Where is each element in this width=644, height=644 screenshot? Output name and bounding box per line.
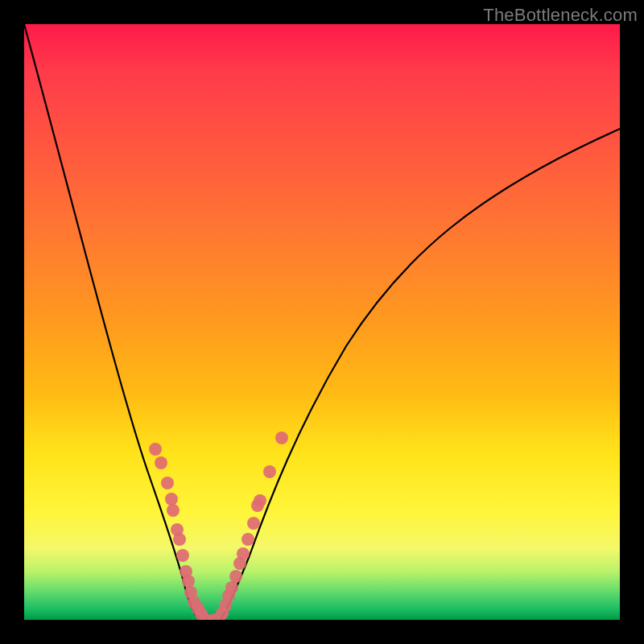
data-marker (176, 549, 189, 562)
data-marker (200, 613, 213, 620)
data-marker (222, 589, 235, 602)
data-marker (233, 557, 246, 570)
bottleneck-curve-right (221, 129, 620, 620)
data-marker (242, 533, 254, 546)
bottleneck-curve-left (24, 24, 200, 620)
data-marker (182, 575, 195, 588)
watermark-text: TheBottleneck.com (483, 5, 638, 26)
data-marker (155, 456, 167, 469)
data-marker (237, 547, 250, 560)
data-marker (208, 613, 221, 620)
bottleneck-curve (24, 24, 620, 620)
data-marker (216, 607, 229, 620)
plot-area (24, 24, 620, 620)
data-marker (149, 443, 162, 456)
data-marker (167, 504, 180, 517)
data-marker (195, 608, 208, 620)
data-marker (263, 465, 276, 478)
data-marker (251, 499, 264, 512)
data-marker (247, 517, 260, 530)
data-marker (225, 581, 238, 594)
data-marker (254, 494, 266, 507)
data-marker (165, 493, 178, 506)
data-marker (173, 533, 186, 546)
data-marker (188, 596, 200, 609)
data-marker (219, 599, 232, 612)
chart-frame: TheBottleneck.com (0, 0, 644, 644)
data-marker (192, 602, 204, 615)
data-marker (180, 565, 192, 578)
data-marker (171, 523, 184, 536)
data-marker (229, 570, 242, 583)
data-marker (161, 477, 174, 489)
data-marker (184, 586, 197, 599)
data-marker (275, 431, 288, 444)
